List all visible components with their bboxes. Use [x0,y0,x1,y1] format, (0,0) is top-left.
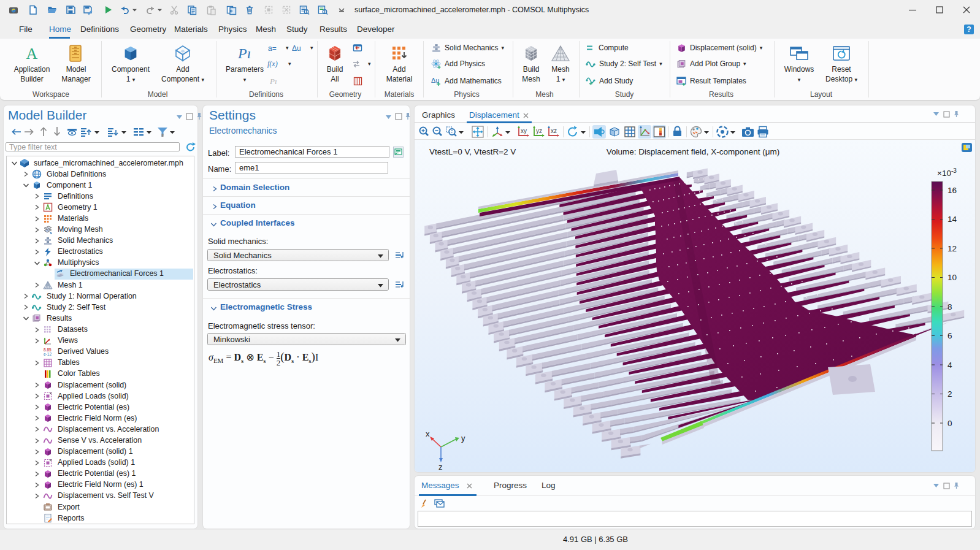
svg-text:Δu: Δu [292,44,301,52]
svg-text:z: z [438,462,443,472]
svg-text:8.85: 8.85 [44,348,52,352]
svg-text:yz: yz [536,128,542,134]
svg-text:6: 6 [947,331,952,340]
svg-text:Pı: Pı [237,45,251,61]
svg-text:a=: a= [268,44,277,52]
svg-text:2: 2 [947,389,952,399]
svg-text:x: x [426,429,430,438]
svg-text:12: 12 [947,244,957,253]
svg-text:xy: xy [521,128,527,134]
svg-text:xz: xz [551,128,557,134]
svg-text:y: y [461,434,465,443]
svg-text:10: 10 [947,273,957,282]
svg-text:Pı: Pı [270,77,277,85]
svg-text:14: 14 [947,215,957,224]
svg-text:VtestL=0 V, VtestR=2 V: VtestL=0 V, VtestR=2 V [429,147,516,156]
svg-text:f(x): f(x) [267,59,278,68]
svg-text:8: 8 [947,302,952,311]
svg-text:e-12: e-12 [44,352,52,356]
svg-text:16: 16 [947,186,957,195]
svg-text:4: 4 [947,361,952,370]
svg-text:Volume: Displacement field, X-: Volume: Displacement field, X-component … [607,147,779,156]
svg-text:0: 0 [947,419,952,428]
svg-text:A: A [26,45,38,63]
